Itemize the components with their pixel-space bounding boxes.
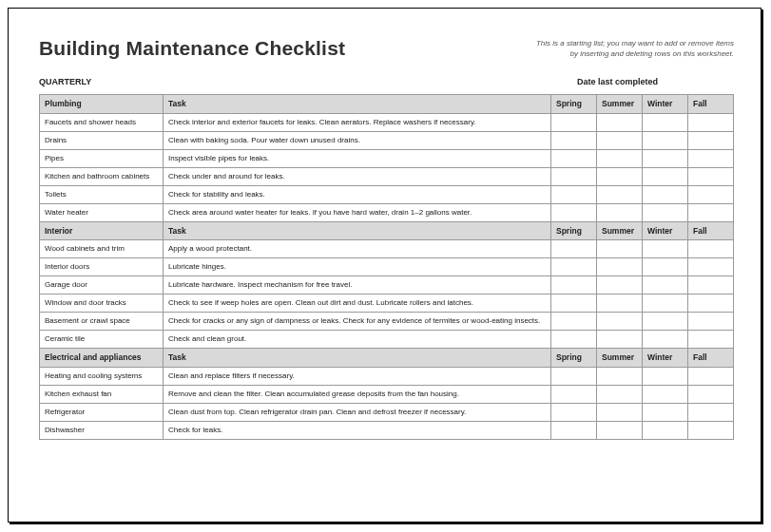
winter-cell[interactable] <box>643 131 688 149</box>
winter-cell[interactable] <box>643 367 688 385</box>
fall-cell[interactable] <box>688 149 734 167</box>
fall-cell[interactable] <box>688 185 734 203</box>
table-row: Interior doorsLubricate hinges. <box>40 258 734 276</box>
fall-cell[interactable] <box>688 276 734 294</box>
col-spring-header: Spring <box>551 221 597 240</box>
item-cell: Basement or crawl space <box>40 313 164 331</box>
summer-cell[interactable] <box>597 403 643 421</box>
spring-cell[interactable] <box>551 203 597 221</box>
note-line-1: This is a starting list; you may want to… <box>536 39 734 49</box>
sub-header: QUARTERLY Date last completed <box>39 77 734 86</box>
task-cell: Clean and replace filters if necessary. <box>164 367 551 385</box>
task-cell: Check for leaks. <box>164 421 551 439</box>
table-row: Water heaterCheck area around water heat… <box>40 203 734 221</box>
fall-cell[interactable] <box>688 313 734 331</box>
summer-cell[interactable] <box>597 385 643 403</box>
header: Building Maintenance Checklist This is a… <box>39 37 734 60</box>
fall-cell[interactable] <box>688 294 734 313</box>
page-title: Building Maintenance Checklist <box>39 37 345 60</box>
winter-cell[interactable] <box>643 240 688 258</box>
summer-cell[interactable] <box>597 185 643 203</box>
spring-cell[interactable] <box>551 258 597 276</box>
col-summer-header: Summer <box>597 221 643 240</box>
fall-cell[interactable] <box>688 367 734 385</box>
summer-cell[interactable] <box>597 331 643 349</box>
winter-cell[interactable] <box>643 149 688 167</box>
spring-cell[interactable] <box>551 367 597 385</box>
summer-cell[interactable] <box>597 113 643 131</box>
task-cell: Check under and around for leaks. <box>164 167 551 185</box>
col-task-header: Task <box>164 349 551 368</box>
summer-cell[interactable] <box>597 294 643 313</box>
table-row: Kitchen exhaust fanRemove and clean the … <box>40 385 734 403</box>
summer-cell[interactable] <box>597 276 643 294</box>
fall-cell[interactable] <box>688 240 734 258</box>
winter-cell[interactable] <box>643 331 688 349</box>
fall-cell[interactable] <box>688 258 734 276</box>
winter-cell[interactable] <box>643 385 688 403</box>
task-cell: Check and clean grout. <box>164 331 551 349</box>
date-last-completed-label: Date last completed <box>577 77 734 86</box>
table-row: Heating and cooling systemsClean and rep… <box>40 367 734 385</box>
spring-cell[interactable] <box>551 294 597 313</box>
task-cell: Check for cracks or any sign of dampness… <box>164 313 551 331</box>
task-cell: Clean dust from top. Clean refrigerator … <box>164 403 551 421</box>
col-summer-header: Summer <box>597 95 643 114</box>
instructions-note: This is a starting list; you may want to… <box>536 37 734 60</box>
fall-cell[interactable] <box>688 331 734 349</box>
summer-cell[interactable] <box>597 203 643 221</box>
winter-cell[interactable] <box>643 185 688 203</box>
fall-cell[interactable] <box>688 403 734 421</box>
spring-cell[interactable] <box>551 185 597 203</box>
fall-cell[interactable] <box>688 421 734 439</box>
winter-cell[interactable] <box>643 258 688 276</box>
col-task-header: Task <box>164 221 551 240</box>
winter-cell[interactable] <box>643 167 688 185</box>
winter-cell[interactable] <box>643 313 688 331</box>
fall-cell[interactable] <box>688 385 734 403</box>
spring-cell[interactable] <box>551 131 597 149</box>
spring-cell[interactable] <box>551 385 597 403</box>
section-name: Interior <box>40 221 164 240</box>
col-fall-header: Fall <box>688 349 734 368</box>
item-cell: Drains <box>40 131 164 149</box>
frequency-label: QUARTERLY <box>39 77 91 86</box>
summer-cell[interactable] <box>597 313 643 331</box>
col-spring-header: Spring <box>551 95 597 114</box>
fall-cell[interactable] <box>688 131 734 149</box>
task-cell: Lubricate hinges. <box>164 258 551 276</box>
item-cell: Wood cabinets and trim <box>40 240 164 258</box>
spring-cell[interactable] <box>551 313 597 331</box>
col-fall-header: Fall <box>688 95 734 114</box>
spring-cell[interactable] <box>551 331 597 349</box>
spring-cell[interactable] <box>551 113 597 131</box>
summer-cell[interactable] <box>597 421 643 439</box>
winter-cell[interactable] <box>643 403 688 421</box>
winter-cell[interactable] <box>643 113 688 131</box>
summer-cell[interactable] <box>597 167 643 185</box>
spring-cell[interactable] <box>551 403 597 421</box>
section-header-row: PlumbingTaskSpringSummerWinterFall <box>40 95 734 114</box>
winter-cell[interactable] <box>643 294 688 313</box>
fall-cell[interactable] <box>688 203 734 221</box>
table-row: Ceramic tileCheck and clean grout. <box>40 331 734 349</box>
winter-cell[interactable] <box>643 203 688 221</box>
summer-cell[interactable] <box>597 149 643 167</box>
spring-cell[interactable] <box>551 276 597 294</box>
spring-cell[interactable] <box>551 421 597 439</box>
winter-cell[interactable] <box>643 276 688 294</box>
winter-cell[interactable] <box>643 421 688 439</box>
item-cell: Ceramic tile <box>40 331 164 349</box>
table-row: DishwasherCheck for leaks. <box>40 421 734 439</box>
spring-cell[interactable] <box>551 240 597 258</box>
item-cell: Garage door <box>40 276 164 294</box>
summer-cell[interactable] <box>597 131 643 149</box>
fall-cell[interactable] <box>688 167 734 185</box>
summer-cell[interactable] <box>597 240 643 258</box>
spring-cell[interactable] <box>551 167 597 185</box>
spring-cell[interactable] <box>551 149 597 167</box>
summer-cell[interactable] <box>597 367 643 385</box>
task-cell: Check interior and exterior faucets for … <box>164 113 551 131</box>
fall-cell[interactable] <box>688 113 734 131</box>
summer-cell[interactable] <box>597 258 643 276</box>
